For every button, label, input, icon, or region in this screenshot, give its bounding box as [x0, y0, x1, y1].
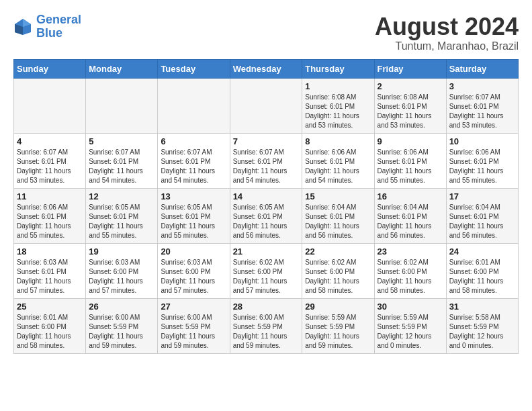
calendar-cell: 29Sunrise: 5:59 AM Sunset: 5:59 PM Dayli…: [302, 298, 374, 353]
day-info: Sunrise: 5:59 AM Sunset: 5:59 PM Dayligh…: [305, 313, 371, 351]
day-info: Sunrise: 6:07 AM Sunset: 6:01 PM Dayligh…: [17, 148, 83, 185]
day-info: Sunrise: 6:01 AM Sunset: 6:00 PM Dayligh…: [449, 258, 515, 295]
day-info: Sunrise: 6:06 AM Sunset: 6:01 PM Dayligh…: [449, 148, 515, 185]
day-info: Sunrise: 6:03 AM Sunset: 6:00 PM Dayligh…: [89, 258, 154, 295]
calendar-cell: [86, 78, 158, 133]
day-number: 27: [161, 302, 226, 312]
calendar-week-row: 4Sunrise: 6:07 AM Sunset: 6:01 PM Daylig…: [14, 133, 519, 188]
day-info: Sunrise: 6:03 AM Sunset: 6:00 PM Dayligh…: [161, 258, 226, 295]
day-info: Sunrise: 6:08 AM Sunset: 6:01 PM Dayligh…: [305, 93, 371, 130]
weekday-header: Tuesday: [158, 59, 230, 78]
calendar-cell: 4Sunrise: 6:07 AM Sunset: 6:01 PM Daylig…: [14, 133, 86, 188]
day-info: Sunrise: 6:05 AM Sunset: 6:01 PM Dayligh…: [89, 203, 154, 240]
day-number: 6: [161, 136, 226, 146]
calendar-cell: 2Sunrise: 6:08 AM Sunset: 6:01 PM Daylig…: [374, 78, 446, 133]
calendar-cell: 15Sunrise: 6:04 AM Sunset: 6:01 PM Dayli…: [302, 188, 374, 243]
weekday-header: Saturday: [446, 59, 518, 78]
day-info: Sunrise: 5:59 AM Sunset: 5:59 PM Dayligh…: [378, 313, 443, 351]
day-number: 22: [305, 246, 371, 257]
day-info: Sunrise: 6:04 AM Sunset: 6:01 PM Dayligh…: [449, 203, 515, 240]
calendar-cell: 10Sunrise: 6:06 AM Sunset: 6:01 PM Dayli…: [446, 133, 518, 188]
day-info: Sunrise: 6:05 AM Sunset: 6:01 PM Dayligh…: [233, 203, 300, 240]
logo: General Blue: [13, 13, 81, 40]
day-info: Sunrise: 6:02 AM Sunset: 6:00 PM Dayligh…: [305, 258, 371, 295]
day-number: 17: [449, 191, 515, 201]
calendar-title: August 2024: [375, 13, 519, 40]
calendar-cell: 28Sunrise: 6:00 AM Sunset: 5:59 PM Dayli…: [230, 298, 302, 353]
calendar-cell: 25Sunrise: 6:01 AM Sunset: 6:00 PM Dayli…: [14, 298, 86, 353]
calendar-cell: 13Sunrise: 6:05 AM Sunset: 6:01 PM Dayli…: [158, 188, 230, 243]
day-number: 3: [449, 81, 515, 91]
day-info: Sunrise: 6:05 AM Sunset: 6:01 PM Dayligh…: [161, 203, 226, 240]
calendar-cell: 20Sunrise: 6:03 AM Sunset: 6:00 PM Dayli…: [158, 243, 230, 298]
calendar-cell: 1Sunrise: 6:08 AM Sunset: 6:01 PM Daylig…: [302, 78, 374, 133]
calendar-cell: 30Sunrise: 5:59 AM Sunset: 5:59 PM Dayli…: [374, 298, 446, 353]
day-number: 21: [233, 246, 300, 257]
day-info: Sunrise: 6:06 AM Sunset: 6:01 PM Dayligh…: [17, 203, 83, 240]
day-info: Sunrise: 6:00 AM Sunset: 5:59 PM Dayligh…: [161, 313, 226, 351]
calendar-cell: 12Sunrise: 6:05 AM Sunset: 6:01 PM Dayli…: [86, 188, 158, 243]
day-number: 1: [305, 81, 371, 91]
day-number: 30: [378, 302, 443, 312]
day-number: 15: [305, 191, 371, 201]
weekday-header: Thursday: [302, 59, 374, 78]
calendar-cell: 7Sunrise: 6:07 AM Sunset: 6:01 PM Daylig…: [230, 133, 302, 188]
day-info: Sunrise: 6:06 AM Sunset: 6:01 PM Dayligh…: [305, 148, 371, 185]
calendar-cell: 9Sunrise: 6:06 AM Sunset: 6:01 PM Daylig…: [374, 133, 446, 188]
logo-line1: General: [36, 13, 81, 26]
calendar-cell: 26Sunrise: 6:00 AM Sunset: 5:59 PM Dayli…: [86, 298, 158, 353]
day-number: 26: [89, 302, 154, 312]
calendar-week-row: 1Sunrise: 6:08 AM Sunset: 6:01 PM Daylig…: [14, 78, 519, 133]
day-info: Sunrise: 6:02 AM Sunset: 6:00 PM Dayligh…: [378, 258, 443, 295]
calendar-subtitle: Tuntum, Maranhao, Brazil: [375, 40, 519, 52]
calendar-cell: 16Sunrise: 6:04 AM Sunset: 6:01 PM Dayli…: [374, 188, 446, 243]
day-info: Sunrise: 6:02 AM Sunset: 6:00 PM Dayligh…: [233, 258, 300, 295]
day-number: 9: [378, 136, 443, 146]
weekday-header-row: SundayMondayTuesdayWednesdayThursdayFrid…: [14, 59, 519, 78]
calendar-cell: 11Sunrise: 6:06 AM Sunset: 6:01 PM Dayli…: [14, 188, 86, 243]
calendar-cell: 5Sunrise: 6:07 AM Sunset: 6:01 PM Daylig…: [86, 133, 158, 188]
day-number: 25: [17, 302, 83, 312]
day-number: 14: [233, 191, 300, 201]
day-info: Sunrise: 6:07 AM Sunset: 6:01 PM Dayligh…: [89, 148, 154, 185]
calendar-cell: 6Sunrise: 6:07 AM Sunset: 6:01 PM Daylig…: [158, 133, 230, 188]
day-number: 19: [89, 246, 154, 257]
calendar-cell: 27Sunrise: 6:00 AM Sunset: 5:59 PM Dayli…: [158, 298, 230, 353]
day-number: 5: [89, 136, 154, 146]
day-number: 18: [17, 246, 83, 257]
logo-line2: Blue: [36, 26, 62, 40]
title-area: August 2024 Tuntum, Maranhao, Brazil: [375, 13, 519, 52]
calendar-cell: 24Sunrise: 6:01 AM Sunset: 6:00 PM Dayli…: [446, 243, 518, 298]
day-info: Sunrise: 6:01 AM Sunset: 6:00 PM Dayligh…: [17, 313, 83, 351]
day-number: 23: [378, 246, 443, 257]
day-number: 2: [378, 81, 443, 91]
calendar-cell: [158, 78, 230, 133]
day-info: Sunrise: 6:04 AM Sunset: 6:01 PM Dayligh…: [378, 203, 443, 240]
calendar-cell: [230, 78, 302, 133]
calendar-cell: 8Sunrise: 6:06 AM Sunset: 6:01 PM Daylig…: [302, 133, 374, 188]
calendar-cell: 19Sunrise: 6:03 AM Sunset: 6:00 PM Dayli…: [86, 243, 158, 298]
calendar-week-row: 25Sunrise: 6:01 AM Sunset: 6:00 PM Dayli…: [14, 298, 519, 353]
weekday-header: Wednesday: [230, 59, 302, 78]
calendar-week-row: 18Sunrise: 6:03 AM Sunset: 6:01 PM Dayli…: [14, 243, 519, 298]
day-info: Sunrise: 6:07 AM Sunset: 6:01 PM Dayligh…: [233, 148, 300, 185]
page-header: General Blue August 2024 Tuntum, Maranha…: [13, 13, 519, 52]
day-number: 28: [233, 302, 300, 312]
day-info: Sunrise: 6:03 AM Sunset: 6:01 PM Dayligh…: [17, 258, 83, 295]
day-number: 29: [305, 302, 371, 312]
day-number: 8: [305, 136, 371, 146]
day-info: Sunrise: 6:00 AM Sunset: 5:59 PM Dayligh…: [89, 313, 154, 351]
logo-icon: [13, 17, 32, 36]
day-info: Sunrise: 6:07 AM Sunset: 6:01 PM Dayligh…: [449, 93, 515, 130]
day-info: Sunrise: 6:08 AM Sunset: 6:01 PM Dayligh…: [378, 93, 443, 130]
day-number: 31: [449, 302, 515, 312]
day-number: 13: [161, 191, 226, 201]
day-info: Sunrise: 6:07 AM Sunset: 6:01 PM Dayligh…: [161, 148, 226, 185]
calendar-cell: 18Sunrise: 6:03 AM Sunset: 6:01 PM Dayli…: [14, 243, 86, 298]
calendar-cell: [14, 78, 86, 133]
day-number: 4: [17, 136, 83, 146]
calendar-cell: 3Sunrise: 6:07 AM Sunset: 6:01 PM Daylig…: [446, 78, 518, 133]
day-number: 20: [161, 246, 226, 257]
day-number: 11: [17, 191, 83, 201]
calendar-cell: 23Sunrise: 6:02 AM Sunset: 6:00 PM Dayli…: [374, 243, 446, 298]
